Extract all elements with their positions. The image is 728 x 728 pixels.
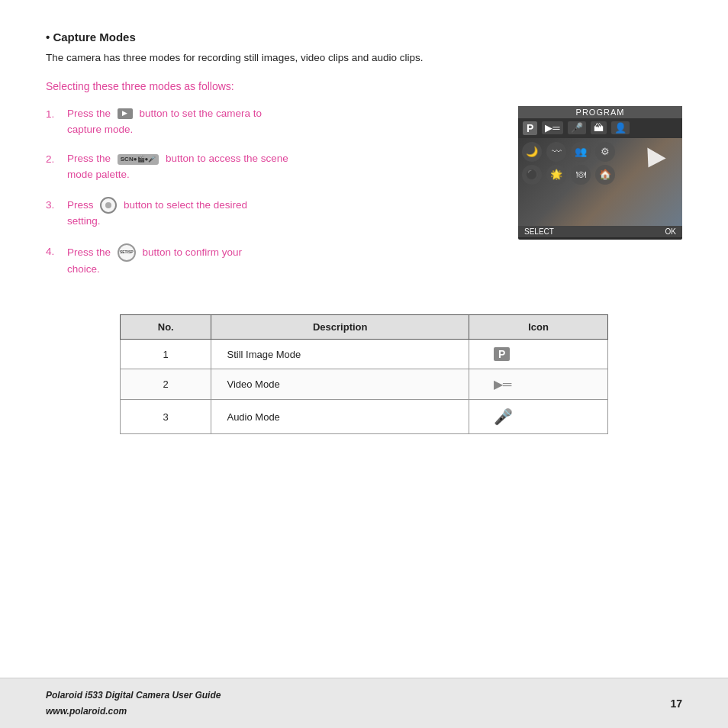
main-area: 1. Press the button to set the camera to… [46,106,682,292]
content-area: Capture Modes The camera has three modes… [0,0,728,678]
section-title: Capture Modes [46,31,682,43]
camera-body-area: 🌙 〰 👥 ⚙ ⚫ 🌟 🍽 🏠 [518,138,682,226]
step-1-num: 1. [46,106,67,123]
footer-left: Polaroid i533 Digital Camera User Guide … [46,688,221,719]
row-1-num: 1 [121,340,211,369]
row-1-icon: P [469,340,608,369]
footer-website: www.polaroid.com [46,704,221,719]
steps-list: 1. Press the button to set the camera to… [46,106,495,292]
col-description: Description [211,315,469,340]
row-3-icon: 🎤 [469,400,608,434]
row-3-num: 3 [121,400,211,434]
row-3-desc: Audio Mode [211,400,469,434]
page: Capture Modes The camera has three modes… [0,0,728,728]
step-4-num: 4. [46,243,67,260]
p-mode-icon: P [523,121,537,135]
step-3-text: Press button to select the desiredsettin… [67,197,247,230]
modes-table: No. Description Icon 1 Still Image Mode … [120,314,608,434]
set-button-icon [116,243,137,262]
camera-select-label: SELECT [524,227,554,236]
grid-icon-5: ⚫ [522,165,542,185]
person-icon: 👤 [611,121,630,134]
grid-icon-4: ⚙ [595,142,615,162]
grid-icon-6: 🌟 [546,165,566,185]
row-2-desc: Video Mode [211,369,469,400]
play-button-icon [116,106,134,122]
step-2-text: Press the SCN●🎬●🎤 button to access the s… [67,151,288,183]
video-mode-icon: ▶═ [494,377,511,391]
col-icon: Icon [469,315,608,340]
table-row: 2 Video Mode ▶═ [121,369,608,400]
camera-preview: PROGRAM P ▶═ 🎤 🏔 👤 🌙 〰 👥 ⚙ ⚫ 🌟 [518,106,682,240]
step-2-num: 2. [46,151,67,168]
row-2-icon: ▶═ [469,369,608,400]
camera-preview-header: PROGRAM [518,106,682,118]
step-2: 2. Press the SCN●🎬●🎤 button to access th… [46,151,495,183]
still-image-icon: P [494,347,510,361]
video-mode-icon: ▶═ [542,121,562,134]
cursor-arrow [639,147,665,172]
grid-icon-7: 🍽 [571,165,591,185]
footer: Polaroid i533 Digital Camera User Guide … [0,678,728,728]
step-4-text: Press the button to confirm yourchoice. [67,243,242,278]
table-header-row: No. Description Icon [121,315,608,340]
page-number: 17 [670,697,682,710]
footer-guide-title: Polaroid i533 Digital Camera User Guide [46,688,221,703]
joystick-icon [98,197,118,214]
step-1-text: Press the button to set the camera tocap… [67,106,262,138]
table-row: 1 Still Image Mode P [121,340,608,369]
table-wrap: No. Description Icon 1 Still Image Mode … [120,314,608,434]
camera-icons-row: P ▶═ 🎤 🏔 👤 [518,118,682,138]
audio-mode-icon: 🎤 [494,407,513,426]
intro-text: The camera has three modes for recording… [46,50,682,66]
col-no: No. [121,315,211,340]
row-1-desc: Still Image Mode [211,340,469,369]
mic-mode-icon: 🎤 [568,121,586,134]
camera-ok-label: OK [665,227,676,236]
grid-icon-2: 〰 [546,142,566,162]
scn-button-icon: SCN●🎬●🎤 [116,151,161,167]
camera-footer: SELECT OK [518,226,682,237]
step-1: 1. Press the button to set the camera to… [46,106,495,138]
grid-icon-8: 🏠 [595,165,615,185]
grid-icon-3: 👥 [571,142,591,162]
grid-icon-1: 🌙 [522,142,542,162]
step-3-num: 3. [46,197,67,214]
table-row: 3 Audio Mode 🎤 [121,400,608,434]
subtitle-text: Selecting these three modes as follows: [46,80,682,92]
step-4: 4. Press the button to confirm yourchoic… [46,243,495,278]
landscape-icon: 🏔 [591,121,607,134]
row-2-num: 2 [121,369,211,400]
step-3: 3. Press button to select the desiredset… [46,197,495,230]
camera-icons-grid: 🌙 〰 👥 ⚙ ⚫ 🌟 🍽 🏠 [522,142,617,185]
